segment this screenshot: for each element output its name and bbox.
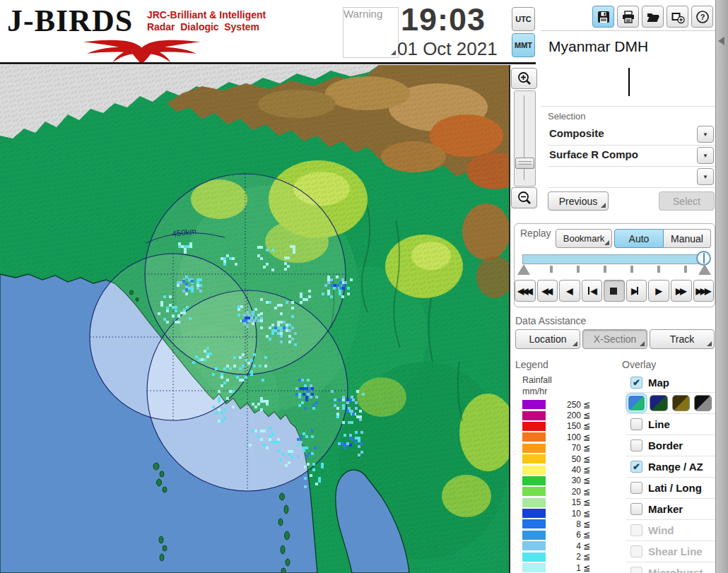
legend-color-chip (522, 432, 546, 442)
app-logo-title: J-BIRDS (7, 3, 133, 39)
overlay-row-wind[interactable]: Wind (626, 519, 716, 540)
slider-start-marker[interactable] (517, 264, 530, 275)
step-forward-button[interactable]: ▶ (626, 280, 647, 302)
selection-label: Selection (548, 111, 585, 122)
zoom-in-button[interactable] (511, 68, 537, 89)
legend-operator: ≦ (583, 454, 590, 464)
forward-triple-button[interactable]: ▶▶▶ (693, 280, 715, 302)
dropdown-arrow-icon[interactable]: ▼ (697, 126, 714, 143)
location-button[interactable]: Location (515, 329, 580, 349)
legend-row: 150≦ (522, 421, 590, 432)
checkbox[interactable]: ✔ (630, 461, 642, 473)
zoom-out-button[interactable] (511, 187, 537, 208)
timezone-mmt-button[interactable]: MMT (512, 33, 535, 57)
replay-slider-track[interactable] (522, 254, 708, 264)
stop-button[interactable] (604, 280, 625, 302)
open-folder-icon (646, 10, 660, 24)
forward-double-button[interactable]: ▶▶ (671, 280, 692, 302)
dropdown-arrow-icon[interactable]: ▼ (697, 147, 714, 164)
open-folder-button[interactable] (642, 6, 664, 28)
legend-row: 70≦ (522, 443, 590, 454)
legend-row: 2≦ (522, 551, 590, 562)
checkbox[interactable] (630, 503, 642, 515)
dropdown-value: Surface R Compo (549, 148, 638, 160)
track-button[interactable]: Track (650, 329, 715, 349)
x-section-button[interactable]: X-Section (582, 329, 647, 349)
dropdown-arrow-icon[interactable]: ▼ (697, 168, 714, 185)
warning-button[interactable]: Warning (343, 7, 399, 58)
slider-end-marker[interactable] (698, 264, 711, 275)
timezone-utc-button[interactable]: UTC (512, 7, 535, 31)
selection-dropdown-0[interactable]: Composite▼ (548, 124, 715, 146)
overlay-row-range-az[interactable]: ✔Range / AZ (626, 456, 716, 477)
slider-tick (657, 266, 660, 273)
clock-time: 19:03 (401, 1, 486, 38)
overlay-item-label: Map (648, 377, 669, 389)
map-style-swatch-1[interactable] (650, 395, 667, 411)
overlay-row-shear-line[interactable]: Shear Line (626, 540, 716, 562)
panel-collapse-strip[interactable] (715, 0, 728, 573)
legend-row: 40≦ (522, 464, 590, 475)
overlay-row-microburst[interactable]: Microburst (626, 562, 716, 573)
legend-operator: ≦ (583, 563, 590, 573)
checkbox[interactable] (630, 439, 642, 451)
play-reverse-button[interactable]: ◀ (559, 280, 580, 302)
legend-color-chip (522, 498, 546, 507)
overlay-row-marker[interactable]: Marker (626, 498, 716, 519)
selection-dropdown-2[interactable]: ▼ (548, 167, 715, 188)
legend-value: 15 (550, 497, 581, 507)
legend-color-chip (522, 444, 546, 453)
overlay-item-label: Border (648, 439, 683, 451)
legend-value: 150 (550, 421, 581, 431)
manual-button[interactable]: Manual (664, 229, 711, 248)
select-button[interactable]: Select (659, 191, 715, 211)
map-style-swatch-2[interactable] (672, 395, 690, 411)
help-icon: ? (695, 10, 710, 24)
help-button[interactable]: ? (691, 6, 713, 28)
legend-unit-1: Rainfall (522, 375, 552, 385)
checkbox[interactable] (630, 418, 642, 430)
slider-tick (630, 266, 633, 273)
overlay-item-label: Marker (648, 503, 683, 515)
print-button[interactable] (617, 6, 639, 28)
auto-button[interactable]: Auto (614, 229, 664, 248)
map-style-swatches (626, 392, 716, 413)
overlay-row-border[interactable]: Border (626, 435, 716, 456)
overlay-item-label: Range / AZ (648, 461, 703, 473)
save-button[interactable] (592, 6, 614, 28)
save-icon (597, 10, 611, 24)
legend-label: Legend (515, 359, 548, 370)
rewind-triple-button[interactable]: ◀◀◀ (515, 280, 536, 302)
legend-row: 4≦ (522, 540, 590, 551)
checkbox[interactable] (630, 524, 642, 536)
map-style-swatch-0[interactable] (628, 395, 645, 411)
checkbox[interactable]: ✔ (630, 377, 642, 389)
replay-slider-handle[interactable] (696, 251, 711, 266)
checkbox[interactable] (630, 567, 642, 573)
checkbox[interactable] (630, 482, 642, 494)
radar-map-area[interactable]: 450km (0, 65, 510, 573)
replay-label: Replay (520, 228, 551, 239)
text-cursor (628, 68, 630, 96)
overlay-row-lati-long[interactable]: Lati / Long (626, 477, 716, 498)
play-button[interactable]: ▶ (648, 280, 669, 302)
screenshot-add-button[interactable] (667, 6, 688, 28)
legend-operator: ≦ (583, 487, 590, 497)
map-style-swatch-3[interactable] (694, 395, 712, 411)
overlay-row-map[interactable]: ✔Map (626, 372, 716, 392)
legend-operator: ≦ (583, 432, 590, 442)
previous-button[interactable]: Previous (548, 191, 609, 211)
overlay-list: ✔MapLineBorder✔Range / AZLati / LongMark… (626, 372, 716, 573)
bookmark-button[interactable]: Bookmark (556, 229, 612, 248)
zoom-slider-handle[interactable] (515, 158, 534, 169)
checkbox[interactable] (630, 545, 642, 557)
radar-map[interactable]: 450km (0, 65, 509, 573)
overlay-row-line[interactable]: Line (626, 413, 716, 435)
selection-dropdown-1[interactable]: Surface R Compo▼ (548, 146, 715, 167)
legend-color-chip (522, 466, 546, 475)
step-back-button[interactable]: ◀ (582, 280, 603, 302)
panel-collapse-arrow-icon[interactable] (718, 37, 724, 45)
rewind-double-button[interactable]: ◀◀ (537, 280, 558, 302)
zoom-slider-track[interactable] (514, 90, 536, 187)
legend-operator: ≦ (583, 465, 590, 475)
